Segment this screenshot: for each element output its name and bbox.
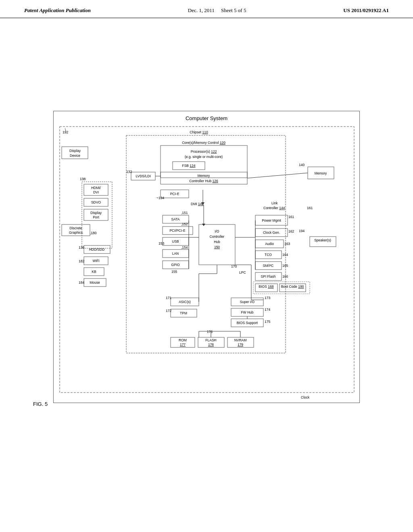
svg-text:179: 179 (238, 343, 243, 347)
svg-text:DVI: DVI (93, 190, 99, 194)
svg-text:Controller: Controller (210, 235, 225, 239)
svg-text:SPI Flash: SPI Flash (261, 274, 276, 278)
svg-text:173: 173 (265, 296, 270, 300)
main-content: FIG. 5 Computer System Chipset 110 192 \… (0, 18, 413, 415)
svg-rect-0 (60, 127, 354, 393)
circuit-diagram: Chipset 110 192 \ Core(s)/Memory Control… (58, 125, 356, 399)
svg-text:SATA: SATA (171, 217, 180, 221)
svg-text:Display: Display (69, 149, 81, 153)
svg-text:HDMI/: HDMI/ (91, 186, 101, 190)
svg-text:FW Hub: FW Hub (241, 310, 253, 314)
svg-text:HDD/SDD: HDD/SDD (89, 247, 105, 251)
svg-text:TCO: TCO (265, 253, 272, 257)
svg-text:161: 161 (307, 206, 313, 210)
svg-text:184: 184 (79, 281, 84, 285)
svg-text:166: 166 (282, 274, 288, 278)
svg-text:FSB 124: FSB 124 (182, 164, 195, 168)
svg-text:SDVO: SDVO (91, 200, 101, 204)
svg-text:Memory: Memory (315, 171, 327, 175)
svg-text:136: 136 (79, 245, 84, 249)
svg-text:Link: Link (271, 201, 278, 205)
svg-text:194: 194 (299, 229, 305, 233)
svg-text:140: 140 (299, 163, 305, 167)
svg-text:161: 161 (288, 215, 294, 219)
svg-text:,154: ,154 (181, 245, 188, 249)
svg-text:~134: ~134 (156, 196, 164, 200)
svg-text:171: 171 (166, 296, 171, 300)
svg-text:182: 182 (79, 259, 84, 263)
svg-marker-79 (202, 224, 205, 226)
svg-text:Controller 144: Controller 144 (263, 206, 285, 210)
svg-text:FLASH: FLASH (205, 338, 216, 342)
fig-label: FIG. 5 (33, 401, 48, 407)
svg-text:Processor(s) 122: Processor(s) 122 (191, 150, 217, 154)
svg-text:Audio: Audio (265, 242, 274, 246)
svg-text:LVDS/LDI: LVDS/LDI (136, 174, 150, 178)
svg-text:Boot Code 190: Boot Code 190 (281, 285, 304, 289)
svg-text:Clock: Clock (301, 395, 310, 399)
svg-text:Chipset 110: Chipset 110 (190, 130, 208, 134)
page-header: Patent Application Publication Dec. 1, 2… (0, 0, 413, 18)
svg-text:PCI/PCI-E: PCI/PCI-E (169, 229, 186, 233)
svg-text:BIOS 168: BIOS 168 (259, 285, 274, 289)
svg-text:164: 164 (282, 253, 288, 257)
svg-text:150: 150 (214, 245, 220, 249)
svg-text:NVRAM: NVRAM (234, 338, 247, 342)
svg-text:163: 163 (284, 242, 290, 246)
svg-text:Clock Gen.: Clock Gen. (263, 231, 280, 235)
svg-text:Speaker(s): Speaker(s) (314, 238, 331, 242)
svg-text:Discrete: Discrete (69, 226, 82, 230)
svg-text:GPIO: GPIO (171, 263, 180, 267)
svg-text:TPM: TPM (180, 311, 187, 315)
svg-text:KB: KB (92, 270, 96, 274)
svg-text:153: 153 (159, 241, 164, 245)
svg-text:Graphics: Graphics (69, 231, 83, 235)
diagram-container: Computer System Chipset 110 192 \ Core(s… (53, 111, 360, 403)
svg-text:Device: Device (70, 154, 80, 158)
header-date: Dec. 1, 2011 (188, 7, 215, 13)
svg-text:Controller Hub 126: Controller Hub 126 (189, 179, 218, 183)
header-right: US 2011/0291922 A1 (343, 7, 389, 14)
svg-text:175: 175 (265, 320, 270, 324)
svg-rect-2 (126, 135, 286, 353)
svg-text:174: 174 (265, 308, 270, 312)
svg-text:Super I/O: Super I/O (240, 300, 255, 304)
header-sheet: Sheet 5 of 5 (221, 7, 246, 13)
svg-text:I/O: I/O (215, 229, 219, 233)
svg-text:Port: Port (93, 215, 99, 219)
svg-text:Core(s)/Memory Control 120: Core(s)/Memory Control 120 (182, 141, 225, 145)
svg-text:USB: USB (172, 239, 179, 243)
svg-text:LAN: LAN (172, 251, 179, 256)
svg-text:,151: ,151 (181, 211, 188, 215)
svg-text:Power Mgmt: Power Mgmt (262, 218, 281, 222)
svg-text:162: 162 (288, 229, 294, 233)
svg-text:176: 176 (207, 330, 213, 334)
header-center: Dec. 1, 2011 Sheet 5 of 5 (188, 7, 246, 14)
svg-text:Memory: Memory (198, 174, 210, 178)
svg-text:165: 165 (282, 264, 288, 268)
svg-text:(e.g. single or multi-core): (e.g. single or multi-core) (185, 155, 223, 159)
svg-text:132: 132 (126, 170, 132, 174)
svg-text:BIOS Support: BIOS Support (237, 321, 258, 325)
diagram-title: Computer System (58, 115, 355, 121)
svg-text:PCI-E: PCI-E (170, 192, 179, 196)
svg-line-17 (247, 173, 308, 178)
svg-text:Display: Display (90, 211, 102, 215)
svg-text:155: 155 (171, 270, 177, 274)
svg-text:WiFi: WiFi (93, 259, 100, 263)
svg-text:ROM: ROM (179, 338, 187, 342)
header-left: Patent Application Publication (24, 7, 91, 14)
svg-text:178: 178 (208, 343, 214, 347)
svg-text:,152: ,152 (181, 222, 188, 226)
svg-text:138: 138 (80, 177, 86, 181)
svg-text:LPC: LPC (239, 270, 246, 274)
svg-text:177: 177 (180, 343, 186, 347)
svg-text:Mouse: Mouse (90, 281, 100, 285)
svg-text:,180: ,180 (90, 231, 97, 235)
svg-text:SM/I²C: SM/I²C (263, 264, 273, 268)
svg-text:ASIC(s): ASIC(s) (179, 300, 191, 304)
svg-text:Hub: Hub (214, 240, 220, 244)
